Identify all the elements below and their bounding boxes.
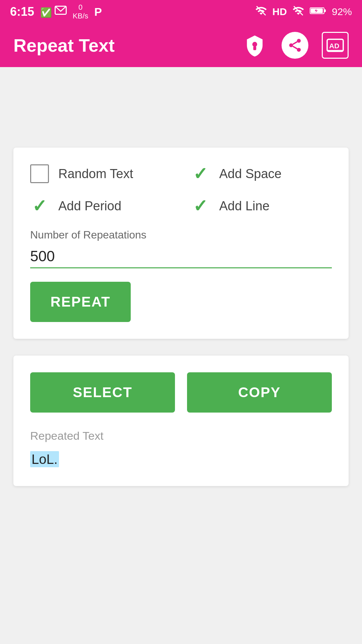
random-text-option: Random Text bbox=[30, 164, 171, 183]
status-left: 6:15 ✅ 0 KB/s P bbox=[10, 3, 102, 21]
svg-rect-7 bbox=[253, 46, 256, 50]
status-right: HD 92% bbox=[255, 5, 352, 19]
status-time: 6:15 bbox=[10, 5, 34, 19]
output-card: SELECT COPY Repeated Text LoL. bbox=[13, 356, 349, 486]
app-title: Repeat Text bbox=[13, 35, 115, 56]
add-period-label: Add Period bbox=[58, 199, 121, 213]
add-line-label: Add Line bbox=[219, 199, 269, 213]
status-bar: 6:15 ✅ 0 KB/s P HD bbox=[0, 0, 362, 23]
signal2-icon bbox=[292, 5, 304, 19]
repetitions-input[interactable] bbox=[30, 245, 332, 268]
repeated-text-label: Repeated Text bbox=[30, 429, 332, 442]
svg-point-8 bbox=[297, 39, 301, 43]
content-area: Random Text ✓ Add Space ✓ Add Period ✓ A… bbox=[0, 134, 362, 644]
random-text-checkbox[interactable] bbox=[30, 164, 49, 183]
add-space-option: ✓ Add Space bbox=[191, 164, 332, 183]
add-period-checkbox[interactable]: ✓ bbox=[30, 197, 49, 215]
app-bar: Repeat Text AD bbox=[0, 23, 362, 67]
svg-point-10 bbox=[297, 48, 301, 52]
share-icon[interactable] bbox=[282, 32, 308, 59]
signal-icon bbox=[255, 5, 267, 19]
add-line-checkbox[interactable]: ✓ bbox=[191, 197, 210, 215]
repeated-text-content: LoL. bbox=[30, 449, 332, 469]
copy-button[interactable]: COPY bbox=[187, 372, 332, 413]
repeated-text-selected: LoL. bbox=[30, 451, 59, 467]
parking-icon: P bbox=[94, 5, 102, 18]
svg-point-9 bbox=[289, 43, 293, 47]
repetitions-input-container bbox=[30, 245, 332, 268]
svg-point-6 bbox=[252, 42, 257, 47]
options-card: Random Text ✓ Add Space ✓ Add Period ✓ A… bbox=[13, 148, 349, 339]
battery-icon bbox=[310, 6, 326, 18]
app-bar-icons: AD bbox=[241, 32, 349, 59]
ad-icon[interactable]: AD bbox=[322, 32, 349, 59]
network-speed: 0 KB/s bbox=[73, 3, 88, 21]
action-buttons-row: SELECT COPY bbox=[30, 372, 332, 413]
battery-percent: 92% bbox=[332, 6, 352, 17]
add-line-option: ✓ Add Line bbox=[191, 197, 332, 215]
top-spacer bbox=[0, 67, 362, 134]
svg-rect-4 bbox=[324, 9, 326, 12]
repetitions-label: Number of Repeatations bbox=[30, 229, 332, 241]
repeat-button[interactable]: REPEAT bbox=[30, 282, 131, 322]
svg-line-11 bbox=[293, 46, 297, 49]
add-space-checkbox[interactable]: ✓ bbox=[191, 164, 210, 183]
message-icon: ✅ bbox=[40, 6, 67, 18]
svg-line-12 bbox=[293, 42, 297, 44]
options-grid: Random Text ✓ Add Space ✓ Add Period ✓ A… bbox=[30, 164, 332, 215]
random-text-label: Random Text bbox=[58, 167, 133, 181]
select-button[interactable]: SELECT bbox=[30, 372, 175, 413]
svg-text:AD: AD bbox=[329, 42, 339, 50]
hd-label: HD bbox=[273, 6, 287, 17]
add-space-label: Add Space bbox=[219, 167, 282, 181]
lock-icon[interactable] bbox=[241, 32, 268, 59]
add-period-option: ✓ Add Period bbox=[30, 197, 171, 215]
